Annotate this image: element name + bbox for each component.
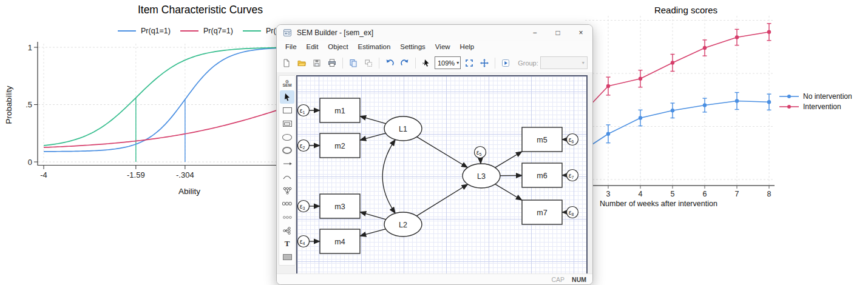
sem-node-L1[interactable]: L1 [384,116,422,141]
reading-legend-item-1: No intervention [779,92,852,101]
path-arrow-icon [283,161,292,166]
status-bar: CAP NUM [277,273,592,284]
sem-path-L3-m5[interactable] [495,152,522,168]
zoom-select[interactable]: 109% ▾ [435,56,461,69]
sem-path-L3-m7[interactable] [495,184,522,201]
text-tool[interactable]: T [280,237,294,250]
redo-button[interactable] [398,56,412,70]
measurement-fan-icon [283,187,292,195]
sem-node-label: m1 [334,107,345,115]
measurement-component-tool[interactable] [280,184,294,197]
open-button[interactable] [295,56,308,70]
icc-x-tick: -4 [40,170,47,179]
sem-node-e1[interactable]: ε1 [298,105,310,116]
text-tool-icon: T [285,239,290,249]
path-tool[interactable] [280,157,294,170]
menu-settings[interactable]: Settings [395,41,430,53]
sem-node-e6[interactable]: ε6 [567,134,578,146]
observed-set-icon [282,202,292,206]
zoom-value: 109% [438,59,455,67]
data-point-marker [703,46,707,50]
select-pointer-button[interactable] [419,56,433,70]
menu-view[interactable]: View [430,41,455,53]
sem-node-e7[interactable]: ε7 [567,170,578,181]
reading-x-axis-label: Number of weeks after intervention [600,200,717,208]
data-point-marker [639,77,642,81]
observed-set-tool[interactable] [280,197,294,210]
gsem-logo[interactable]: GSEM [280,77,294,90]
undo-icon [385,58,395,68]
sem-node-m6[interactable]: m6 [522,163,562,187]
copy-button[interactable] [347,56,360,70]
menu-file[interactable]: File [280,41,302,53]
sem-node-e3[interactable]: ε3 [298,201,310,212]
sem-node-L3[interactable]: L3 [463,164,500,188]
pan-button[interactable] [478,56,491,70]
covariance-tool[interactable] [280,170,294,184]
sem-node-m4[interactable]: m4 [320,229,360,253]
sem-node-m5[interactable]: m5 [522,127,562,152]
diagram-canvas[interactable]: m1m2m3m4m5m6m7L1L2L3ε1ε2ε3ε4ε5ε6ε7ε8 [296,75,588,276]
data-point-marker [735,99,739,102]
sem-node-L2[interactable]: L2 [384,212,422,236]
icc-y-tick: 0 [28,158,32,167]
menu-help[interactable]: Help [455,41,480,53]
sem-node-e2[interactable]: ε2 [298,140,310,152]
sem-path-L2-m3[interactable] [360,212,386,220]
sem-node-e4[interactable]: ε4 [298,236,310,247]
group-select[interactable]: ▾ [540,56,588,69]
regression-fan-icon [283,227,291,235]
arc-icon [283,175,291,179]
sem-node-e5[interactable]: ε5 [475,147,486,158]
generalized-rectangle-tool[interactable] [280,117,294,130]
screenshot-stage: Item Characteristic Curves Pr(q1=1)Pr(q7… [0,0,868,285]
icc-x-tick: -.304 [176,170,194,179]
chevron-down-icon: ▾ [582,60,585,65]
group-label: Group: [518,59,538,67]
icc-y-axis-label: Probability [4,86,13,124]
sem-node-m7[interactable]: m7 [522,200,562,224]
data-point-marker [671,61,674,64]
save-button[interactable] [310,56,324,70]
latent-set-tool[interactable] [280,210,294,224]
duplicate-icon [364,58,373,68]
menu-edit[interactable]: Edit [302,41,324,53]
observed-rectangle-tool[interactable] [280,104,294,117]
run-button[interactable] [499,56,512,70]
sem-covariance-L1-L2[interactable] [382,139,395,213]
window-main-area: GSEM T [277,72,592,274]
menu-object[interactable]: Object [323,41,353,53]
sem-node-m1[interactable]: m1 [320,98,360,122]
fit-page-button[interactable] [463,56,476,70]
save-icon [312,58,322,68]
minimize-button[interactable]: − [523,25,546,41]
sem-node-m3[interactable]: m3 [320,194,360,218]
close-button[interactable]: × [569,25,592,41]
sem-path-L1-L3[interactable] [417,137,468,168]
reading-x-tick: 5 [671,190,675,198]
multilevel-oval-tool[interactable] [280,144,294,157]
run-icon [501,58,510,68]
sem-path-L2-L3[interactable] [416,184,467,216]
icc-y-tick: 1 [28,43,32,52]
oval-icon [282,134,292,141]
new-button[interactable] [280,56,293,70]
latent-oval-tool[interactable] [280,130,294,144]
data-point-marker [703,103,707,107]
menu-estimation[interactable]: Estimation [353,41,396,53]
sem-node-m2[interactable]: m2 [320,133,360,158]
duplicate-button[interactable] [362,56,375,70]
title-bar[interactable]: SEM Builder - [sem_ex] − □ × [277,25,592,41]
sem-node-e8[interactable]: ε8 [567,207,578,218]
sem-path-L1-m1[interactable] [360,116,386,124]
data-point-marker [639,116,642,119]
undo-button[interactable] [383,56,396,70]
sem-node-label: m3 [334,203,345,211]
print-button[interactable] [325,56,339,70]
area-tool[interactable] [280,250,294,264]
regression-component-tool[interactable] [280,224,294,237]
maximize-button[interactable]: □ [546,25,569,41]
sem-path-L1-m2[interactable] [360,133,385,140]
sem-path-L2-m4[interactable] [360,229,385,236]
select-tool[interactable] [280,90,294,104]
